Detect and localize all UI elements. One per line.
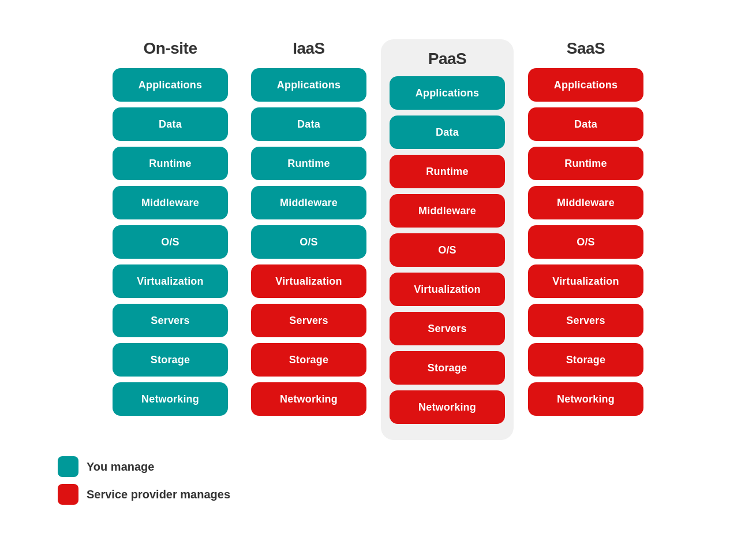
pill-iaas-servers: Servers: [251, 304, 366, 337]
pill-onsite-os: O/S: [113, 225, 228, 259]
pill-paas-data: Data: [390, 115, 505, 149]
column-title-saas: SaaS: [567, 39, 605, 58]
pill-saas-servers: Servers: [528, 304, 643, 337]
pill-paas-virtualization: Virtualization: [390, 273, 505, 306]
pill-paas-servers: Servers: [390, 312, 505, 345]
legend-swatch-provider-manages: [58, 484, 78, 505]
pill-saas-applications: Applications: [528, 68, 643, 102]
legend-area: You manageService provider manages: [58, 456, 230, 505]
pill-iaas-os: O/S: [251, 225, 366, 259]
pill-saas-networking: Networking: [528, 382, 643, 416]
pill-iaas-data: Data: [251, 107, 366, 141]
column-saas: SaaSApplicationsDataRuntimeMiddlewareO/S…: [519, 39, 652, 422]
pill-onsite-data: Data: [113, 107, 228, 141]
pill-onsite-servers: Servers: [113, 304, 228, 337]
pill-paas-applications: Applications: [390, 76, 505, 110]
legend-swatch-you-manage: [58, 456, 78, 477]
pill-onsite-networking: Networking: [113, 382, 228, 416]
pill-paas-runtime: Runtime: [390, 155, 505, 188]
pill-iaas-middleware: Middleware: [251, 186, 366, 219]
legend-label-you-manage: You manage: [87, 460, 154, 474]
pill-iaas-applications: Applications: [251, 68, 366, 102]
pill-saas-virtualization: Virtualization: [528, 264, 643, 298]
pill-iaas-networking: Networking: [251, 382, 366, 416]
column-title-iaas: IaaS: [293, 39, 325, 58]
pill-onsite-runtime: Runtime: [113, 147, 228, 180]
pill-saas-data: Data: [528, 107, 643, 141]
columns-area: On-siteApplicationsDataRuntimeMiddleware…: [23, 39, 733, 440]
column-iaas: IaaSApplicationsDataRuntimeMiddlewareO/S…: [242, 39, 375, 422]
pill-paas-os: O/S: [390, 233, 505, 267]
pill-saas-middleware: Middleware: [528, 186, 643, 219]
pill-iaas-virtualization: Virtualization: [251, 264, 366, 298]
pill-paas-networking: Networking: [390, 390, 505, 424]
diagram-wrapper: On-siteApplicationsDataRuntimeMiddleware…: [0, 28, 756, 516]
pill-iaas-storage: Storage: [251, 343, 366, 377]
pill-iaas-runtime: Runtime: [251, 147, 366, 180]
pill-onsite-applications: Applications: [113, 68, 228, 102]
legend-label-provider-manages: Service provider manages: [87, 488, 230, 501]
column-title-onsite: On-site: [144, 39, 197, 58]
pill-paas-storage: Storage: [390, 351, 505, 385]
pill-onsite-storage: Storage: [113, 343, 228, 377]
paas-column: PaaSApplicationsDataRuntimeMiddlewareO/S…: [381, 39, 514, 440]
pill-saas-runtime: Runtime: [528, 147, 643, 180]
column-title-paas: PaaS: [428, 50, 467, 68]
pill-onsite-middleware: Middleware: [113, 186, 228, 219]
legend-item-provider-manages: Service provider manages: [58, 484, 230, 505]
pill-paas-middleware: Middleware: [390, 194, 505, 228]
pill-onsite-virtualization: Virtualization: [113, 264, 228, 298]
pill-saas-os: O/S: [528, 225, 643, 259]
column-onsite: On-siteApplicationsDataRuntimeMiddleware…: [104, 39, 237, 422]
pill-saas-storage: Storage: [528, 343, 643, 377]
legend-item-you-manage: You manage: [58, 456, 230, 477]
